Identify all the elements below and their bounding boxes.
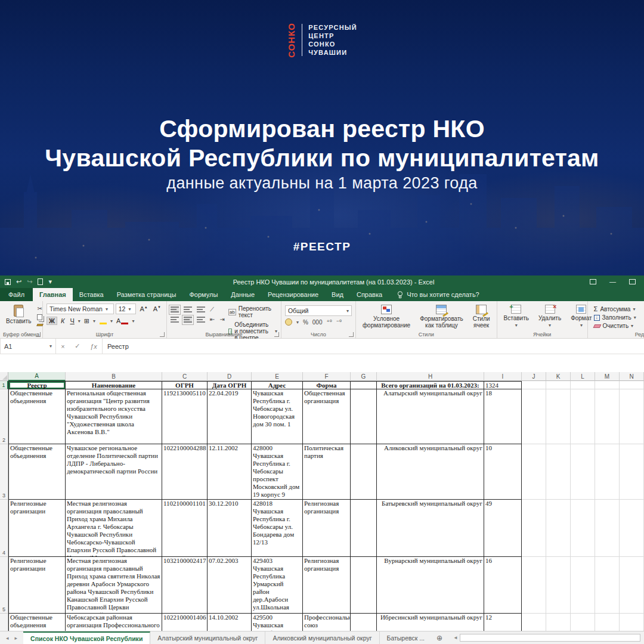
- decrease-decimal-icon[interactable]: ⁻⁰: [336, 319, 342, 326]
- font-color-icon[interactable]: А: [114, 317, 130, 324]
- cell[interactable]: 49: [484, 500, 522, 557]
- shrink-font-icon[interactable]: А▼: [151, 305, 163, 312]
- column-header[interactable]: I: [484, 372, 522, 381]
- cell[interactable]: [571, 389, 595, 444]
- cell[interactable]: [620, 557, 644, 614]
- sheet-tab-active[interactable]: Список НКО Чувашской Республики: [23, 631, 150, 644]
- column-header[interactable]: F: [303, 372, 351, 381]
- orientation-icon[interactable]: ⟋: [210, 306, 214, 313]
- insert-function-icon[interactable]: ƒx: [90, 343, 97, 350]
- sheet-tab[interactable]: Аликовский муниципальный округ: [265, 631, 379, 644]
- select-all-corner[interactable]: [0, 372, 8, 381]
- cell-D1[interactable]: Дата ОГРН: [208, 381, 252, 389]
- cell[interactable]: [595, 557, 620, 614]
- cell[interactable]: 429403 Чувашская Республика Урмарский ра…: [252, 557, 303, 614]
- column-header[interactable]: M: [595, 372, 620, 381]
- cell[interactable]: Алатырский муниципальный округ: [377, 389, 484, 444]
- align-middle-icon[interactable]: [184, 306, 192, 313]
- cut-icon[interactable]: ✂: [37, 305, 43, 312]
- column-header[interactable]: J: [522, 372, 546, 381]
- cell[interactable]: [351, 614, 377, 631]
- cell[interactable]: 12.11.2002: [208, 444, 252, 500]
- cell[interactable]: [522, 500, 546, 557]
- column-header[interactable]: G: [351, 372, 377, 381]
- accounting-format-icon[interactable]: [285, 318, 292, 326]
- cell[interactable]: Чебоксарская районная организация Профес…: [66, 614, 162, 631]
- cell[interactable]: [571, 381, 595, 389]
- borders-dropdown-icon[interactable]: ▾: [93, 318, 95, 324]
- tell-me-box[interactable]: Что вы хотите сделать?: [389, 288, 479, 301]
- cell[interactable]: [571, 557, 595, 614]
- cell[interactable]: Религиозная организация: [303, 557, 351, 614]
- row-header[interactable]: 3: [0, 444, 8, 500]
- cell[interactable]: Вурнарский муниципальный округ: [377, 557, 484, 614]
- row-header[interactable]: 2: [0, 389, 8, 444]
- column-header[interactable]: D: [208, 372, 252, 381]
- maximize-icon[interactable]: [629, 279, 636, 284]
- alignment-dialog-launcher-icon[interactable]: [274, 332, 279, 337]
- cancel-icon[interactable]: ×: [61, 343, 64, 350]
- cell-E1[interactable]: Адрес: [252, 381, 303, 389]
- borders-icon[interactable]: ⊞: [82, 317, 91, 325]
- increase-indent-icon[interactable]: ⇥: [219, 316, 224, 323]
- cell[interactable]: [351, 444, 377, 500]
- cell[interactable]: [571, 444, 595, 500]
- accounting-dropdown-icon[interactable]: ▾: [296, 320, 299, 325]
- cell[interactable]: 30.12.2010: [208, 500, 252, 557]
- column-header[interactable]: H: [377, 372, 484, 381]
- cell[interactable]: Местная религиозная организация правосла…: [66, 500, 162, 557]
- grow-font-icon[interactable]: А▲: [138, 305, 149, 312]
- cell[interactable]: [522, 381, 546, 389]
- cell[interactable]: [522, 389, 546, 444]
- cell[interactable]: Местная религиозная организация правосла…: [66, 557, 162, 614]
- bold-icon[interactable]: Ж: [47, 317, 57, 325]
- scroll-left-icon[interactable]: ◄: [453, 635, 458, 640]
- cell[interactable]: Батыревский муниципальный округ: [377, 500, 484, 557]
- cell[interactable]: 14.10.2002: [208, 614, 252, 631]
- row-header[interactable]: 4: [0, 500, 8, 557]
- clear-button[interactable]: Очистить ▾: [594, 323, 636, 329]
- cell[interactable]: 428018 Чувашская Республика г. Чебоксары…: [252, 500, 303, 557]
- touch-mode-icon[interactable]: [38, 278, 43, 285]
- column-header[interactable]: K: [546, 372, 571, 381]
- wrap-text-button[interactable]: ab Переносить текст: [228, 305, 277, 318]
- column-header[interactable]: L: [571, 372, 595, 381]
- column-header[interactable]: N: [620, 372, 644, 381]
- tab-data[interactable]: Данные: [224, 288, 261, 301]
- tab-home[interactable]: Главная: [33, 288, 73, 301]
- cell[interactable]: Общественные объединения: [8, 614, 66, 631]
- sheet-nav-left-icon[interactable]: ◂: [6, 635, 9, 641]
- cell-B1[interactable]: Наименование: [66, 381, 162, 389]
- cell[interactable]: Региональная общественная организация "Ц…: [66, 389, 162, 444]
- tab-insert[interactable]: Вставка: [73, 288, 110, 301]
- tab-formulas[interactable]: Формулы: [182, 288, 224, 301]
- font-size-select[interactable]: 12 ▾: [116, 304, 137, 314]
- horizontal-scrollbar[interactable]: ◄: [447, 631, 644, 644]
- row-header[interactable]: 5: [0, 557, 8, 614]
- cell[interactable]: 1032100002417: [162, 557, 208, 614]
- row-header[interactable]: 1: [0, 381, 8, 389]
- cell[interactable]: Чувашское региональное отделение Политич…: [66, 444, 162, 500]
- row-header[interactable]: 6: [0, 614, 8, 631]
- cell[interactable]: 18: [484, 389, 522, 444]
- paste-button[interactable]: Вставить: [4, 304, 33, 330]
- cell[interactable]: Аликовский муниципальный округ: [377, 444, 484, 500]
- column-header[interactable]: B: [66, 372, 162, 381]
- decrease-indent-icon[interactable]: ⇤: [210, 316, 215, 323]
- cell[interactable]: [595, 500, 620, 557]
- cell[interactable]: [595, 389, 620, 444]
- cell-A1[interactable]: Реестр: [8, 381, 66, 389]
- cell[interactable]: [522, 444, 546, 500]
- cell[interactable]: [522, 614, 546, 631]
- scrollbar-thumb[interactable]: [460, 634, 640, 642]
- align-right-icon[interactable]: [197, 317, 205, 323]
- cell-I1[interactable]: 1324: [484, 381, 522, 389]
- sheet-nav-right-icon[interactable]: ▸: [15, 635, 18, 641]
- number-dialog-launcher-icon[interactable]: [349, 332, 354, 337]
- cell[interactable]: Общественные объединения: [8, 389, 66, 444]
- font-color-dropdown-icon[interactable]: ▾: [132, 318, 134, 324]
- align-top-icon[interactable]: [171, 306, 179, 313]
- tab-file[interactable]: Файл: [0, 288, 33, 301]
- cell[interactable]: [546, 500, 571, 557]
- cell[interactable]: [620, 614, 644, 631]
